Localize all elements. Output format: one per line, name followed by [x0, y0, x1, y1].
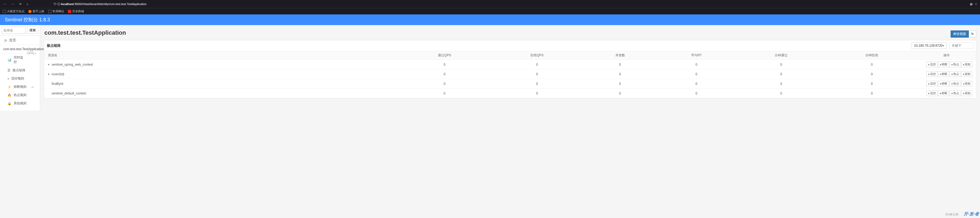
app-count: (1/1) — [27, 51, 34, 55]
pointer-arrow-icon: ← — [31, 85, 35, 89]
panel-title: 簇点链路 — [47, 43, 61, 48]
bookmark-item[interactable]: 火狐官方站点 — [3, 9, 25, 13]
sidebar-app-node[interactable]: com.test.test.TestApplication (1/1)⌄ — [0, 45, 40, 54]
sidebar-item-label: 热点规则 — [14, 93, 27, 97]
menu-icon: 🔒 — [8, 102, 11, 106]
sidebar-item-label: 流控规则 — [11, 76, 24, 81]
reload-icon[interactable]: ⟳ — [18, 2, 23, 6]
op-button-热点[interactable]: +热点 — [950, 71, 961, 77]
metric-cell: 0 — [491, 60, 583, 70]
firefox-icon — [28, 10, 32, 13]
table-row: findById000000+流控+熔断+热点+授权 — [44, 79, 976, 88]
metric-cell: 0 — [491, 88, 583, 98]
refresh-button[interactable]: ↻ — [969, 30, 976, 37]
sidebar-item[interactable]: 🔒系统规则 — [0, 99, 40, 107]
sidebar-item[interactable]: 📊实时监控 — [0, 54, 27, 66]
op-button-热点[interactable]: +热点 — [950, 90, 961, 96]
plus-icon: + — [951, 73, 953, 76]
back-icon[interactable]: ← — [3, 2, 8, 6]
plus-icon: + — [940, 82, 941, 85]
column-header: 分钟拒绝 — [827, 51, 917, 60]
menu-icon: 🔥 — [8, 93, 11, 97]
resource-name-cell: findById — [44, 79, 398, 88]
app-search-input[interactable] — [2, 27, 25, 34]
sidebar-item[interactable]: ⚡熔断规则← — [0, 83, 40, 91]
plus-icon: + — [963, 92, 964, 95]
search-button[interactable]: 搜索 — [27, 27, 38, 34]
metric-cell: 0 — [827, 79, 917, 88]
column-header: 分钟通过 — [736, 51, 827, 60]
plus-icon: + — [928, 73, 929, 76]
op-button-流控[interactable]: +流控 — [926, 81, 937, 87]
sidebar-home[interactable]: ◔ 首页 — [0, 36, 40, 45]
operations-cell: +流控+熔断+热点+授权 — [917, 79, 976, 88]
op-button-授权[interactable]: +授权 — [961, 71, 972, 77]
sidebar: 搜索 ◔ 首页 com.test.test.TestApplication (1… — [0, 25, 40, 111]
forward-icon[interactable]: → — [10, 2, 16, 6]
browser-toolbar: ← → ⟳ ⌂ 🛡 ⓘ localhost:9000/#/dashboard/i… — [0, 0, 980, 8]
op-button-熔断[interactable]: +熔断 — [938, 90, 949, 96]
shield-icon: 🛡 — [54, 2, 56, 6]
op-button-授权[interactable]: +授权 — [961, 81, 972, 87]
bookmark-item[interactable]: 常用网址 — [48, 9, 64, 13]
resource-table: 资源名通过QPS拒绝QPS并发数平均RT分钟通过分钟拒绝操作 ▾sentinel… — [44, 51, 976, 98]
operations-cell: +流控+熔断+热点+授权 — [917, 88, 976, 98]
clock-icon: ◔ — [3, 38, 7, 43]
machine-value: 10.190.75.139:8720 — [914, 44, 943, 47]
op-button-熔断[interactable]: +熔断 — [938, 81, 949, 87]
op-button-授权[interactable]: +授权 — [961, 62, 972, 67]
metric-cell: 0 — [827, 88, 917, 98]
metric-cell: 0 — [583, 60, 657, 70]
plus-icon: + — [928, 92, 929, 95]
tree-toggle-icon[interactable]: ▾ — [48, 72, 51, 76]
plus-icon: + — [951, 63, 953, 66]
plus-icon: + — [940, 63, 941, 66]
lock-icon: ⓘ — [57, 2, 60, 6]
op-button-热点[interactable]: +热点 — [950, 62, 961, 67]
metric-cell: 0 — [657, 88, 736, 98]
metric-cell: 0 — [736, 79, 827, 88]
tree-view-button[interactable]: 树状视图 — [951, 30, 969, 38]
plus-icon: + — [963, 82, 964, 85]
column-header: 通过QPS — [398, 51, 491, 60]
plus-icon: + — [928, 82, 929, 85]
metric-cell: 0 — [736, 70, 827, 79]
caret-down-icon: ▾ — [943, 44, 944, 47]
op-button-流控[interactable]: +流控 — [926, 71, 937, 77]
bookmark-label: 京东商城 — [72, 9, 84, 13]
grid-icon[interactable]: ▦ — [970, 2, 972, 6]
sidebar-item[interactable]: 🔥热点规则 — [0, 91, 40, 99]
bookmark-label: 常用网址 — [52, 9, 64, 13]
resource-panel: 簇点链路 10.190.75.139:8720 ▾ 资源名通过QPS拒绝QPS并… — [44, 40, 976, 98]
column-header: 操作 — [917, 51, 976, 60]
column-header: 拒绝QPS — [491, 51, 583, 60]
keyword-input[interactable] — [949, 43, 973, 49]
url-bar[interactable]: 🛡 ⓘ localhost:9000/#/dashboard/identity/… — [54, 2, 147, 6]
sidebar-item[interactable]: ☰簇点链路 — [0, 66, 40, 74]
op-button-流控[interactable]: +流控 — [926, 62, 937, 67]
op-button-熔断[interactable]: +熔断 — [938, 71, 949, 77]
menu-icon: ☰ — [8, 69, 10, 72]
bookmark-item[interactable]: 京东商城 — [68, 9, 84, 13]
metric-cell: 0 — [583, 79, 657, 88]
metric-cell: 0 — [583, 88, 657, 98]
table-row: ▾sentinel_spring_web_context000000+流控+熔断… — [44, 60, 976, 70]
op-button-热点[interactable]: +热点 — [950, 81, 961, 87]
op-button-熔断[interactable]: +熔断 — [938, 62, 949, 67]
op-button-流控[interactable]: +流控 — [926, 90, 937, 96]
menu-icon: ▿ — [8, 77, 9, 81]
url-path: :9000/#/dashboard/identity/com.test.test… — [74, 2, 146, 6]
metric-cell: 0 — [398, 88, 491, 98]
op-button-授权[interactable]: +授权 — [961, 90, 972, 96]
tree-toggle-icon[interactable]: ▾ — [48, 63, 51, 66]
app-banner: Sentinel 控制台 1.8.3 — [0, 14, 980, 25]
bookmark-item[interactable]: 新手上路 — [28, 9, 45, 13]
app-name-label: com.test.test.TestApplication — [3, 47, 44, 51]
machine-select[interactable]: 10.190.75.139:8720 ▾ — [912, 43, 947, 49]
metric-cell: 0 — [657, 70, 736, 79]
home-icon[interactable]: ⌂ — [25, 2, 29, 6]
sidebar-item[interactable]: ▿流控规则 — [0, 74, 40, 83]
metric-cell: 0 — [491, 70, 583, 79]
bookmark-label: 新手上路 — [33, 9, 45, 13]
bookmark-icon[interactable]: ☆ — [975, 2, 977, 6]
